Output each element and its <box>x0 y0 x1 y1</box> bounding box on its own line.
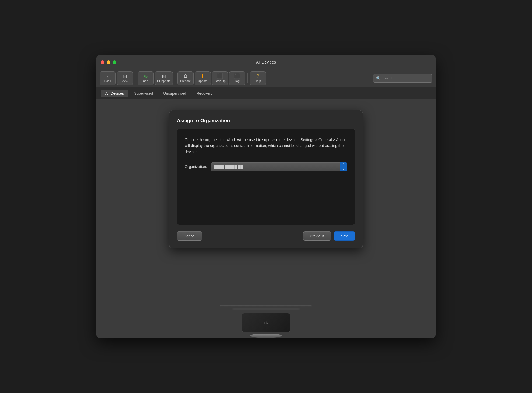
dialog-body: Choose the organization which will be us… <box>177 129 355 225</box>
add-icon: ⊕ <box>144 74 148 79</box>
back-label: Back <box>104 79 111 83</box>
update-icon: ⬆ <box>201 74 205 79</box>
close-button[interactable] <box>101 60 104 64</box>
tab-recovery[interactable]: Recovery <box>192 90 217 97</box>
device-base <box>231 308 301 310</box>
add-label: Add <box>143 79 148 83</box>
dialog-footer: Cancel Previous Next <box>177 231 355 241</box>
traffic-lights <box>101 60 116 64</box>
update-button[interactable]: ⬆ Update <box>195 71 211 85</box>
device-shelf <box>220 305 312 307</box>
main-window: All Devices ‹ Back ⊞ View ⊕ Add ⊞ Bluepr… <box>96 55 436 338</box>
tag-label: Tag <box>235 79 240 83</box>
tab-all-devices[interactable]: All Devices <box>101 90 128 97</box>
help-button[interactable]: ? Help <box>250 71 266 85</box>
window-title: All Devices <box>256 60 276 64</box>
back-icon: ‹ <box>107 74 108 79</box>
prepare-icon: ⚙ <box>183 74 188 79</box>
prepare-label: Prepare <box>180 79 191 83</box>
view-label: View <box>122 79 128 83</box>
help-icon: ? <box>257 74 259 79</box>
separator-3 <box>247 73 248 83</box>
toolbar: ‹ Back ⊞ View ⊕ Add ⊞ Blueprints ⚙ Prepa… <box>96 69 436 87</box>
apple-tv-box:  tv <box>242 313 290 332</box>
add-button[interactable]: ⊕ Add <box>138 71 154 85</box>
help-label: Help <box>255 79 261 83</box>
tab-bar: All Devices Supervised Unsupervised Reco… <box>96 87 436 99</box>
backup-button[interactable]: ⬛ Back Up <box>212 71 228 85</box>
maximize-button[interactable] <box>113 60 116 64</box>
blueprints-icon: ⊞ <box>162 74 166 79</box>
org-select[interactable]: ████ █████ ██ <box>211 162 347 171</box>
view-icon: ⊞ <box>123 74 127 79</box>
update-label: Update <box>198 79 207 83</box>
minimize-button[interactable] <box>107 60 110 64</box>
backup-icon: ⬛ <box>217 74 223 79</box>
cancel-button[interactable]: Cancel <box>177 231 202 241</box>
org-label: Organization: <box>185 164 207 169</box>
apple-tv-label:  tv <box>264 321 268 325</box>
search-field[interactable]: 🔍 <box>373 74 432 83</box>
previous-button[interactable]: Previous <box>303 231 331 241</box>
dialog-description: Choose the organization which will be us… <box>185 137 347 155</box>
blueprints-label: Blueprints <box>157 79 170 83</box>
org-row: Organization: ████ █████ ██ ⌃⌄ <box>185 162 347 171</box>
separator-2 <box>175 73 175 83</box>
assign-org-dialog: Assign to Organization Choose the organi… <box>169 110 363 248</box>
search-icon: 🔍 <box>376 76 381 80</box>
search-input[interactable] <box>382 76 429 80</box>
org-select-wrapper: ████ █████ ██ ⌃⌄ <box>211 162 347 171</box>
footer-right-buttons: Previous Next <box>303 231 355 241</box>
blueprints-button[interactable]: ⊞ Blueprints <box>155 71 173 85</box>
titlebar: All Devices <box>96 55 436 69</box>
device-area:  tv <box>220 305 312 338</box>
apple-tv-stand <box>250 334 282 338</box>
backup-label: Back Up <box>214 79 226 83</box>
tag-button[interactable]: ⬛ Tag <box>229 71 245 85</box>
tab-unsupervised[interactable]: Unsupervised <box>159 90 191 97</box>
dialog-title: Assign to Organization <box>177 118 355 124</box>
next-button[interactable]: Next <box>334 231 355 241</box>
tab-supervised[interactable]: Supervised <box>130 90 158 97</box>
tag-icon: ⬛ <box>234 74 240 79</box>
prepare-button[interactable]: ⚙ Prepare <box>177 71 194 85</box>
separator-1 <box>135 73 135 83</box>
back-button[interactable]: ‹ Back <box>100 71 116 85</box>
main-content: Assign to Organization Choose the organi… <box>96 99 436 338</box>
view-button[interactable]: ⊞ View <box>117 71 133 85</box>
